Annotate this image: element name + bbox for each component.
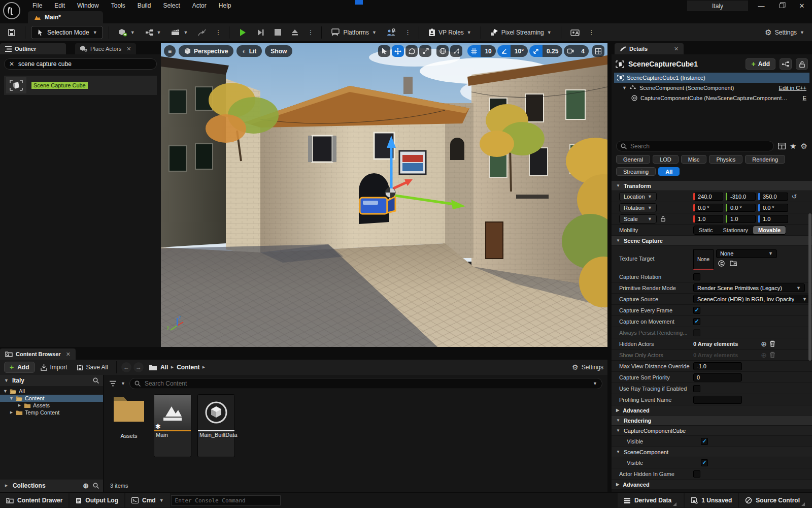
rotation-y-field[interactable]: 0.0 ° (726, 204, 756, 212)
console-command-input[interactable] (171, 495, 281, 505)
section-capture-component-cube[interactable]: ▼ CaptureComponentCube (612, 425, 812, 435)
multi-user-button[interactable] (383, 26, 399, 39)
tab-place-actors[interactable]: Place Actors ✕ (75, 43, 136, 54)
tree-row-instance[interactable]: SceneCaptureCube1 (Instance) (614, 73, 809, 83)
collections-bar[interactable]: ▼ Collections ⊕ (0, 480, 103, 492)
filter-lod[interactable]: LOD (653, 155, 679, 164)
capture-sort-priority-field[interactable]: 0 (693, 373, 742, 382)
details-scrollbar[interactable] (808, 213, 811, 361)
max-view-distance-field[interactable]: -1.0 (693, 362, 742, 370)
filter-all[interactable]: All (658, 167, 680, 176)
world-space-toggle[interactable] (436, 45, 449, 57)
scale-z-field[interactable]: 1.0 (758, 215, 788, 223)
location-x-field[interactable]: 240.0 (693, 193, 723, 201)
back-button[interactable]: ← (121, 362, 131, 372)
tab-details[interactable]: Details ✕ (615, 43, 684, 54)
close-button[interactable]: ✕ (792, 0, 812, 11)
filters-icon[interactable] (109, 380, 117, 387)
close-icon[interactable]: ✕ (674, 46, 679, 52)
rotation-dropdown[interactable]: Rotation▼ (619, 203, 657, 212)
vp-roles-dropdown[interactable]: VP Roles ▼ (425, 26, 475, 39)
collections-search-icon[interactable] (93, 483, 99, 489)
eject-button[interactable] (288, 26, 302, 39)
scale-y-field[interactable]: 1.0 (726, 215, 756, 223)
section-scene-component[interactable]: ▼ SceneComponent (612, 447, 812, 457)
favorites-star-icon[interactable]: ★ (790, 142, 796, 151)
tree-root-row[interactable]: ▼ Italy (0, 375, 103, 386)
content-search-input[interactable]: Search Content ▼ (129, 378, 602, 389)
select-tool-button[interactable] (378, 45, 390, 57)
scale-x-field[interactable]: 1.0 (693, 215, 723, 223)
edit-curve-button[interactable] (194, 26, 210, 39)
asset-tile-main-builtdata[interactable]: Main_BuiltData (197, 394, 235, 457)
perspective-dropdown[interactable]: Perspective (179, 45, 233, 57)
chevron-down-icon[interactable]: ▼ (593, 381, 597, 386)
tab-content-browser[interactable]: Content Browser ✕ (0, 348, 76, 360)
scale-snap-control[interactable]: 0.25 (529, 45, 562, 57)
texture-target-dropdown[interactable]: None▼ (716, 249, 777, 258)
forward-button[interactable]: → (133, 362, 144, 372)
show-flags-dropdown[interactable]: Show (265, 45, 292, 57)
tree-item-assets[interactable]: ▼ Assets (0, 402, 103, 409)
maximize-viewport-button[interactable] (592, 45, 604, 57)
use-selected-asset-icon[interactable] (718, 260, 725, 267)
edit-in-cpp-link-truncated[interactable]: E (803, 95, 806, 101)
camera-speed-control[interactable]: 4 (564, 45, 589, 57)
play-button[interactable] (235, 26, 250, 39)
asset-tile-main[interactable]: ✱ Main (154, 394, 191, 457)
tree-item-all[interactable]: ▼ All (0, 388, 103, 395)
add-collection-icon[interactable]: ⊕ (83, 482, 89, 490)
rotation-snap-control[interactable]: 10° (497, 45, 528, 57)
menu-edit[interactable]: Edit (48, 1, 71, 11)
visible-checkbox[interactable] (701, 438, 708, 445)
cinematics-button[interactable]: ▼ (167, 26, 191, 39)
multi-user-options-menu[interactable]: ⋮ (402, 28, 413, 36)
platforms-dropdown[interactable]: Platforms ▼ (327, 26, 380, 39)
mobility-movable[interactable]: Movable (753, 226, 786, 234)
close-icon[interactable]: ✕ (66, 351, 71, 358)
cmd-dropdown[interactable]: Cmd ▼ (125, 493, 170, 507)
menu-help[interactable]: Help (213, 1, 238, 11)
selection-mode-dropdown[interactable]: Selection Mode ▼ (31, 26, 103, 39)
level-viewport[interactable]: y z ≡ Perspective ◐ Lit Show (161, 43, 607, 347)
cb-save-all-button[interactable]: Save All (73, 362, 112, 373)
unsaved-button[interactable]: 1 Unsaved (685, 493, 738, 507)
toolbar-overflow-menu[interactable]: ⋮ (213, 28, 223, 36)
add-array-element-icon[interactable]: ⊕ (761, 340, 767, 348)
section-transform[interactable]: ▼ Transform (612, 180, 812, 190)
clear-search-icon[interactable]: ✕ (9, 60, 14, 68)
tab-outliner[interactable]: Outliner (0, 43, 66, 54)
rotate-tool-button[interactable] (405, 45, 418, 57)
section-advanced-2[interactable]: ▶ Advanced (612, 479, 812, 489)
menu-file[interactable]: File (26, 1, 48, 11)
capture-every-frame-checkbox[interactable] (693, 307, 700, 314)
browse-to-asset-icon[interactable] (730, 260, 737, 267)
save-button[interactable] (4, 26, 19, 39)
tree-search-icon[interactable] (93, 377, 99, 384)
use-ray-tracing-checkbox[interactable] (693, 385, 700, 392)
scale-lock-icon[interactable] (661, 216, 665, 221)
outliner-result-row[interactable]: Scene Capture Cube (4, 76, 157, 95)
frame-skip-button[interactable] (253, 26, 268, 39)
filter-general[interactable]: General (616, 155, 650, 164)
add-actor-button[interactable]: ▼ (115, 26, 139, 39)
menu-tools[interactable]: Tools (105, 1, 131, 11)
viewport-options-menu[interactable]: ≡ (164, 45, 176, 57)
level-tab-main[interactable]: Main* (28, 11, 103, 23)
move-tool-button[interactable] (392, 45, 404, 57)
grid-snap-control[interactable]: 10 (467, 45, 495, 57)
section-advanced[interactable]: ▶ Advanced (612, 405, 812, 415)
tree-item-content[interactable]: ▼ Content (0, 395, 103, 402)
scale-tool-button[interactable] (419, 45, 431, 57)
asset-tile-folder[interactable]: Assets (110, 394, 148, 439)
menu-build[interactable]: Build (131, 1, 157, 11)
lock-details-button[interactable] (796, 58, 808, 70)
tree-row-scene-component[interactable]: ▼ SceneComponent (SceneComponent) Edit i… (614, 83, 809, 93)
menu-select[interactable]: Select (157, 1, 186, 11)
unreal-engine-logo[interactable] (3, 2, 21, 20)
derived-data-button[interactable]: Derived Data (618, 493, 684, 507)
edit-in-cpp-link[interactable]: Edit in C++ (779, 85, 806, 91)
play-options-menu[interactable]: ⋮ (305, 28, 316, 36)
content-drawer-button[interactable]: Content Drawer (0, 493, 69, 507)
texture-target-thumbnail[interactable]: None (693, 249, 714, 270)
